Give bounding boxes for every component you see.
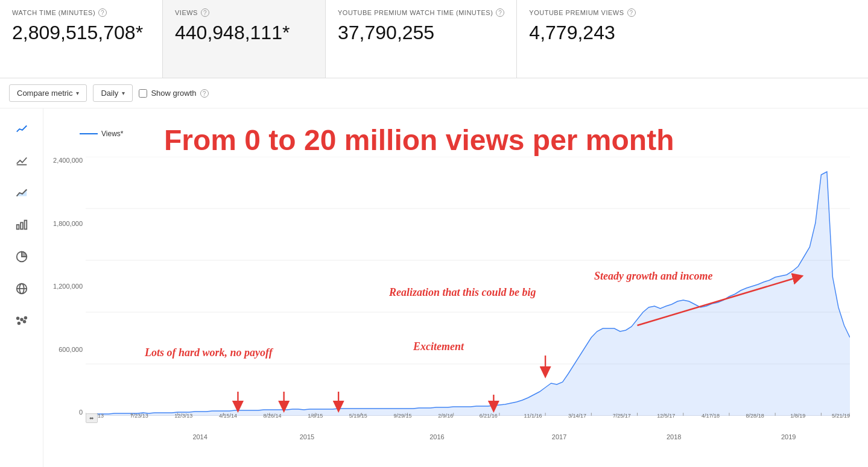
svg-rect-3 bbox=[24, 221, 27, 230]
compare-metric-arrow-icon: ▾ bbox=[76, 90, 79, 96]
daily-arrow-icon: ▾ bbox=[122, 90, 125, 96]
x-label-16: 1/8/19 bbox=[790, 413, 805, 419]
x-label-13: 12/5/17 bbox=[657, 413, 675, 419]
x-label-12: 7/25/17 bbox=[613, 413, 631, 419]
svg-rect-1 bbox=[16, 225, 19, 229]
y-axis-labels: 2,400,000 1,800,000 1,200,000 600,000 0 bbox=[55, 157, 86, 416]
main-area: From 0 to 20 million views per month Vie… bbox=[0, 108, 868, 467]
x-label-8: 2/9/16 bbox=[438, 413, 453, 419]
x-axis-labels: 3/12/13 7/23/13 12/3/13 4/15/14 8/26/14 … bbox=[86, 413, 850, 419]
yt-premium-views-value: 4,779,243 bbox=[529, 22, 856, 44]
x-label-3: 4/15/14 bbox=[219, 413, 237, 419]
yt-premium-views-help-icon[interactable]: ? bbox=[627, 8, 636, 17]
annotation-hard-work: Lots of hard work, no payoff bbox=[145, 346, 273, 359]
show-growth-help-icon[interactable]: ? bbox=[200, 89, 209, 98]
views-value: 440,948,111* bbox=[175, 22, 313, 44]
yt-premium-watch-label: YOUTUBE PREMIUM WATCH TIME (MINUTES) ? bbox=[338, 8, 504, 17]
metric-watch-time[interactable]: WATCH TIME (MINUTES) ? 2,809,515,708* bbox=[0, 0, 163, 78]
show-growth-label: Show growth bbox=[151, 89, 196, 98]
year-2017: 2017 bbox=[552, 433, 566, 440]
x-label-10: 11/1/16 bbox=[524, 413, 542, 419]
svg-rect-2 bbox=[21, 222, 23, 229]
chart-container: From 0 to 20 million views per month Vie… bbox=[55, 121, 856, 440]
year-2014: 2014 bbox=[192, 433, 207, 440]
legend-label: Views* bbox=[101, 130, 123, 138]
sidebar-icon-area-chart[interactable] bbox=[7, 178, 36, 207]
daily-dropdown[interactable]: Daily ▾ bbox=[93, 84, 133, 102]
annotation-realization: Realization that this could be big bbox=[389, 286, 536, 299]
yt-premium-views-label: YOUTUBE PREMIUM VIEWS ? bbox=[529, 8, 856, 17]
annotation-steady-growth: Steady growth and income bbox=[594, 270, 713, 283]
svg-point-10 bbox=[23, 321, 25, 323]
x-label-9: 6/21/16 bbox=[480, 413, 498, 419]
show-growth-container: Show growth ? bbox=[139, 89, 208, 98]
sidebar bbox=[0, 108, 43, 467]
views-help-icon[interactable]: ? bbox=[201, 8, 209, 17]
views-label: VIEWS ? bbox=[175, 8, 313, 17]
metric-yt-premium-views[interactable]: YOUTUBE PREMIUM VIEWS ? 4,779,243 bbox=[517, 0, 868, 78]
x-label-15: 8/28/18 bbox=[746, 413, 764, 419]
year-2018: 2018 bbox=[667, 433, 681, 440]
yt-premium-watch-help-icon[interactable]: ? bbox=[496, 8, 504, 17]
y-label-1200000: 1,200,000 bbox=[53, 283, 83, 290]
svg-point-8 bbox=[17, 322, 20, 325]
x-label-17: 5/21/19 bbox=[832, 413, 850, 419]
compare-metric-dropdown[interactable]: Compare metric ▾ bbox=[9, 84, 87, 102]
year-2015: 2015 bbox=[300, 433, 314, 440]
chart-overlay-title: From 0 to 20 million views per month bbox=[164, 124, 674, 157]
x-label-7: 9/29/15 bbox=[393, 413, 411, 419]
sidebar-icon-scatter[interactable] bbox=[7, 306, 36, 335]
y-label-1800000: 1,800,000 bbox=[53, 220, 83, 227]
year-2016: 2016 bbox=[429, 433, 444, 440]
legend-line-icon bbox=[80, 133, 98, 134]
sidebar-icon-globe[interactable] bbox=[7, 274, 36, 303]
x-label-11: 3/14/17 bbox=[568, 413, 586, 419]
controls-bar: Compare metric ▾ Daily ▾ Show growth ? bbox=[0, 78, 868, 108]
yt-premium-watch-value: 37,790,255 bbox=[338, 22, 504, 44]
x-label-2: 12/3/13 bbox=[174, 413, 192, 419]
sidebar-icon-trend-chart[interactable] bbox=[7, 146, 36, 175]
compare-metric-label: Compare metric bbox=[17, 89, 72, 98]
y-label-2400000: 2,400,000 bbox=[53, 157, 83, 164]
year-2019: 2019 bbox=[781, 433, 796, 440]
watch-time-label: WATCH TIME (MINUTES) ? bbox=[12, 8, 150, 17]
chart-area: From 0 to 20 million views per month Vie… bbox=[43, 108, 868, 467]
svg-point-11 bbox=[16, 318, 19, 320]
metrics-bar: WATCH TIME (MINUTES) ? 2,809,515,708* VI… bbox=[0, 0, 868, 78]
svg-point-9 bbox=[21, 318, 23, 321]
x-label-1: 7/23/13 bbox=[130, 413, 148, 419]
x-label-14: 4/17/18 bbox=[702, 413, 720, 419]
annotation-excitement: Excitement bbox=[413, 340, 464, 353]
watch-time-value: 2,809,515,708* bbox=[12, 22, 150, 44]
svg-point-12 bbox=[24, 317, 27, 319]
watch-time-help-icon[interactable]: ? bbox=[98, 8, 107, 17]
x-label-6: 5/19/15 bbox=[349, 413, 367, 419]
sidebar-icon-pie-chart[interactable] bbox=[7, 242, 36, 271]
metric-views[interactable]: VIEWS ? 440,948,111* bbox=[163, 0, 326, 78]
daily-label: Daily bbox=[101, 89, 118, 98]
sidebar-icon-line-chart[interactable] bbox=[7, 114, 36, 143]
x-label-4: 8/26/14 bbox=[264, 413, 282, 419]
show-growth-checkbox[interactable] bbox=[139, 89, 147, 98]
x-label-5: 1/6/15 bbox=[308, 413, 323, 419]
chart-legend: Views* bbox=[80, 130, 123, 138]
sidebar-icon-bar-chart[interactable] bbox=[7, 210, 36, 239]
y-label-600000: 600,000 bbox=[59, 346, 83, 353]
range-slider-handle[interactable]: ⬌ bbox=[86, 413, 98, 423]
metric-yt-premium-watch[interactable]: YOUTUBE PREMIUM WATCH TIME (MINUTES) ? 3… bbox=[326, 0, 517, 78]
y-label-0: 0 bbox=[79, 409, 83, 416]
